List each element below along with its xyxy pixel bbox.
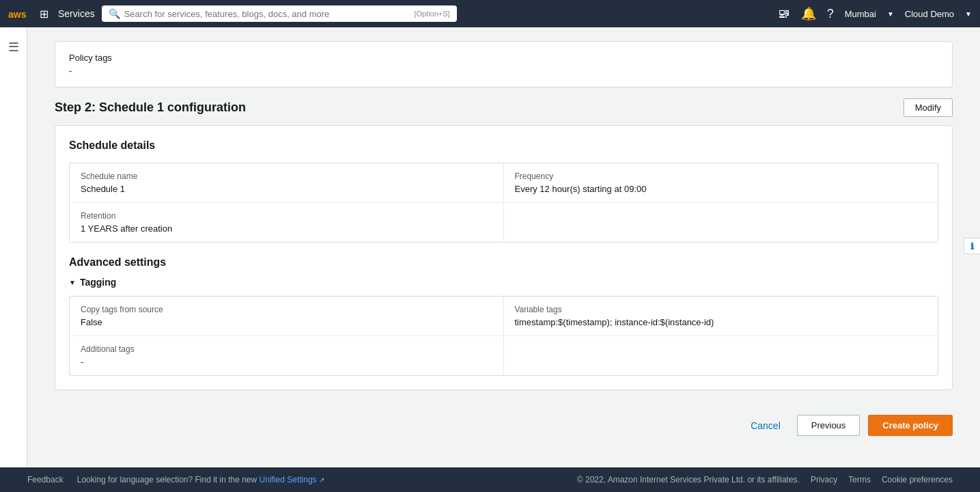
footer-copyright: © 2022, Amazon Internet Services Private… (577, 475, 800, 484)
svg-text:aws: aws (8, 9, 27, 20)
variable-tags-value: timestamp:$(timestamp); instance-id:$(in… (515, 317, 927, 327)
schedule-name-cell: Schedule name Schedule 1 (70, 163, 504, 203)
search-icon: 🔍 (109, 8, 120, 19)
search-bar: 🔍 [Option+S] (102, 5, 457, 22)
search-input[interactable] (124, 9, 410, 19)
step2-header: Step 2: Schedule 1 configuration Modify (55, 98, 953, 117)
advanced-settings-title: Advanced settings (69, 256, 938, 269)
retention-empty-cell (504, 203, 938, 242)
bell-icon[interactable]: 🔔 (801, 6, 816, 21)
nav-services[interactable]: Services (58, 8, 95, 19)
copy-tags-value: False (81, 317, 492, 327)
frequency-value: Every 12 hour(s) starting at 09:00 (515, 184, 927, 194)
variable-tags-cell: Variable tags timestamp:$(timestamp); in… (504, 297, 938, 336)
retention-value: 1 YEARS after creation (81, 223, 492, 234)
cancel-button[interactable]: Cancel (742, 416, 789, 435)
main-content: Policy tags - Step 2: Schedule 1 configu… (27, 27, 980, 492)
frequency-cell: Frequency Every 12 hour(s) starting at 0… (504, 163, 938, 203)
tagging-label: Tagging (80, 277, 116, 288)
policy-tags-card: Policy tags - (55, 41, 953, 87)
nav-region[interactable]: Mumbai (845, 9, 876, 19)
additional-tags-empty-cell (504, 336, 938, 375)
tagging-header[interactable]: ▼ Tagging (69, 277, 938, 288)
step2-title: Step 2: Schedule 1 configuration (55, 100, 246, 115)
nav-right: 🖳 🔔 ? Mumbai ▼ Cloud Demo ▼ (778, 6, 972, 21)
top-nav: aws ⊞ Services 🔍 [Option+S] 🖳 🔔 ? Mumbai… (0, 0, 980, 27)
unified-settings-link[interactable]: Unified Settings (260, 475, 317, 484)
schedule-details-title: Schedule details (69, 139, 938, 152)
footer-unified-text: Looking for language selection? Find it … (77, 475, 324, 484)
tagging-details-grid: Copy tags from source False Variable tag… (69, 296, 938, 376)
frequency-label: Frequency (515, 172, 927, 181)
terminal-icon[interactable]: 🖳 (778, 7, 790, 21)
nav-account[interactable]: Cloud Demo (905, 9, 954, 19)
modify-button[interactable]: Modify (904, 98, 953, 117)
policy-tags-value: - (69, 66, 938, 76)
previous-button[interactable]: Previous (797, 415, 860, 436)
account-arrow-icon: ▼ (965, 10, 972, 18)
terms-link[interactable]: Terms (848, 475, 871, 484)
copy-tags-label: Copy tags from source (81, 305, 492, 314)
search-shortcut: [Option+S] (414, 10, 449, 18)
feedback-link[interactable]: Feedback (27, 475, 64, 484)
footer-right: © 2022, Amazon Internet Services Private… (577, 475, 953, 484)
footer-left: Feedback Looking for language selection?… (27, 475, 324, 484)
footer: Feedback Looking for language selection?… (0, 467, 980, 492)
additional-tags-cell: Additional tags - (70, 336, 504, 375)
retention-cell: Retention 1 YEARS after creation (70, 203, 504, 242)
tagging-collapse-icon: ▼ (69, 279, 76, 286)
additional-tags-label: Additional tags (81, 344, 492, 354)
cookie-preferences-link[interactable]: Cookie preferences (882, 475, 953, 484)
retention-label: Retention (81, 211, 492, 221)
bottom-actions: Cancel Previous Create policy (55, 404, 953, 447)
policy-tags-label: Policy tags (69, 53, 938, 63)
schedule-name-label: Schedule name (81, 172, 492, 181)
privacy-link[interactable]: Privacy (811, 475, 837, 484)
sidebar-menu-icon[interactable]: ☰ (3, 34, 25, 60)
create-policy-button[interactable]: Create policy (868, 415, 953, 436)
help-icon[interactable]: ? (827, 7, 834, 21)
additional-tags-value: - (81, 357, 492, 367)
sidebar: ☰ (0, 27, 27, 492)
grid-icon[interactable]: ⊞ (37, 5, 51, 23)
schedule-details-grid: Schedule name Schedule 1 Frequency Every… (69, 163, 938, 243)
variable-tags-label: Variable tags (515, 305, 927, 314)
external-link-icon: ↗ (319, 476, 324, 484)
region-arrow-icon: ▼ (887, 10, 894, 18)
copy-tags-cell: Copy tags from source False (70, 297, 504, 336)
info-side-button[interactable]: ℹ (964, 238, 980, 254)
aws-logo[interactable]: aws (8, 7, 30, 20)
advanced-settings-section: Advanced settings ▼ Tagging Copy tags fr… (69, 256, 938, 376)
schedule-card: Schedule details Schedule name Schedule … (55, 125, 953, 390)
schedule-name-value: Schedule 1 (81, 184, 492, 194)
